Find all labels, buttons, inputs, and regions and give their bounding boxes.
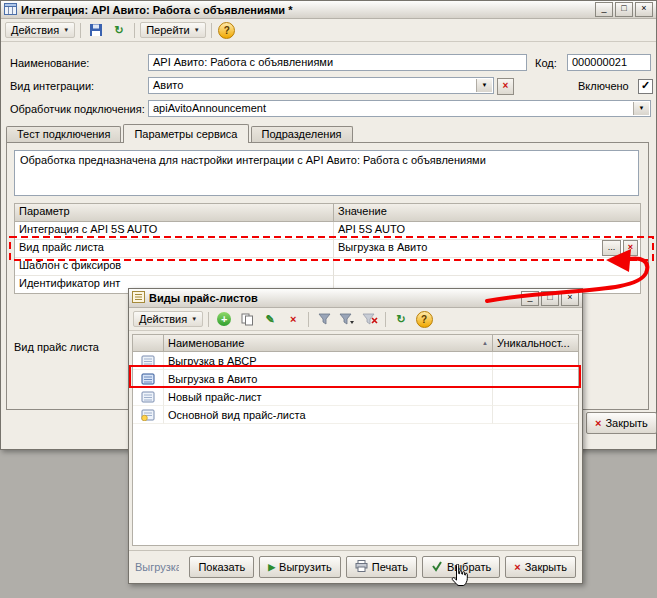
refresh-icon[interactable]: ↻ [109,21,129,40]
price-list-window: Виды прайс-листов _ □ × Действия ▼ + ✎ ×… [128,288,583,584]
chevron-down-icon: ▼ [191,316,197,322]
close-icon: × [595,417,601,429]
add-icon[interactable]: + [214,310,234,329]
choose-value-button[interactable]: ... [602,240,621,256]
status-text: Выгрузка в ... [135,561,179,573]
price-list-table: Наименование ▲ Уникальност... Выгрузка в… [132,334,579,546]
chevron-down-icon: ▼ [63,27,69,33]
clear-field-button[interactable]: × [497,78,514,95]
description-box: Обработка предназначена для настройки ин… [14,150,639,196]
help-icon[interactable]: ? [217,21,237,40]
clear-filter-icon[interactable] [360,310,380,329]
toolbar-separator [308,312,309,327]
filter-icon[interactable] [314,310,334,329]
edit-icon[interactable]: ✎ [260,310,280,329]
column-header-name[interactable]: Наименование ▲ [164,335,493,352]
handler-input[interactable]: apiAvitoAnnouncement ▼ [148,100,651,117]
list-item[interactable]: Новый прайс-лист [133,388,578,406]
tab-service-params[interactable]: Параметры сервиса [123,124,248,143]
select-button[interactable]: Выбрать [422,556,500,578]
name-input[interactable]: API Авито: Работа с объявлениями [148,54,527,71]
toolbar-separator [80,23,81,38]
table-row-selected[interactable]: Вид прайс листа Выгрузка в Авито ... × [15,240,640,258]
params-table-header: Параметр Значение [15,204,640,222]
maximize-icon[interactable]: □ [615,2,633,17]
goto-menu[interactable]: Перейти ▼ [140,22,206,38]
sort-icon[interactable]: ▲ [482,340,488,346]
tab-strip: Тест подключения Параметры сервиса Подра… [6,124,355,143]
main-toolbar: Действия ▼ ↻ Перейти ▼ ? [1,19,656,42]
handler-label: Обработчик подключения: [10,103,145,115]
dropdown-icon[interactable]: ▼ [476,79,492,92]
clear-value-button[interactable]: × [623,240,638,256]
table-row[interactable]: Шаблон с фиксиров [15,258,640,276]
integration-type-input[interactable]: Авито ▼ [148,77,494,94]
table-row[interactable]: Интеграция с API 5S AUTO API 5S AUTO [15,222,640,240]
column-header-uniqueness[interactable]: Уникальност... [493,335,578,352]
toolbar-separator [385,312,386,327]
copy-icon[interactable] [237,310,257,329]
screen: Интеграция: API Авито: Работа с объявлен… [0,0,657,598]
toolbar-separator [208,312,209,327]
export-button[interactable]: ▶ Выгрузить [259,556,341,578]
toolbar-separator [211,23,212,38]
close-icon[interactable]: × [561,291,579,306]
code-input[interactable]: 000000021 [567,54,651,71]
params-table: Параметр Значение Интеграция с API 5S AU… [14,203,641,294]
enabled-checkbox[interactable]: ✓ [638,79,653,94]
name-label: Наименование: [10,57,89,69]
enabled-label: Включено [578,80,629,92]
main-close-button[interactable]: × Закрыть [586,412,657,434]
column-header-icon[interactable] [133,335,164,352]
integration-type-label: Вид интеграции: [10,80,94,92]
popup-title: Виды прайс-листов [149,292,517,304]
item-icon-default [133,406,164,424]
tab-connection-test[interactable]: Тест подключения [6,126,121,142]
popup-toolbar: Действия ▼ + ✎ × ↻ ? [129,308,582,331]
help-icon[interactable]: ? [414,310,434,329]
show-button[interactable]: Показать [189,556,254,578]
play-icon: ▶ [268,562,275,572]
popup-footer: Выгрузка в ... Показать ▶ Выгрузить Печа… [129,550,582,583]
window-icon [4,3,17,17]
list-item-selected[interactable]: Выгрузка в Авито [133,370,578,388]
minimize-icon[interactable]: _ [521,291,539,306]
filter-by-value-icon[interactable] [337,310,357,329]
item-icon [133,352,164,370]
toolbar-separator [134,23,135,38]
code-label: Код: [535,57,557,69]
print-button[interactable]: Печать [346,556,417,578]
delete-icon[interactable]: × [283,310,303,329]
column-header-param[interactable]: Параметр [15,204,334,222]
dropdown-icon[interactable]: ▼ [633,102,649,115]
refresh-icon[interactable]: ↻ [391,310,411,329]
selected-param-label: Вид прайс листа [14,341,99,353]
save-icon[interactable] [86,21,106,40]
window-title: Интеграция: API Авито: Работа с объявлен… [21,4,591,16]
minimize-icon[interactable]: _ [595,2,613,17]
list-window-icon [132,291,145,305]
popup-close-button[interactable]: × Закрыть [505,556,576,578]
list-item[interactable]: Выгрузка в АВСР [133,352,578,370]
chevron-down-icon: ▼ [194,27,200,33]
maximize-icon[interactable]: □ [541,291,559,306]
close-icon: × [514,561,520,573]
close-icon[interactable]: × [635,2,653,17]
item-icon [133,388,164,406]
choose-icon [431,560,443,574]
popup-titlebar[interactable]: Виды прайс-листов _ □ × [129,289,582,308]
printer-icon [355,560,368,574]
actions-menu[interactable]: Действия ▼ [5,22,75,38]
item-icon [133,370,164,388]
main-titlebar[interactable]: Интеграция: API Авито: Работа с объявлен… [1,1,656,19]
actions-menu[interactable]: Действия ▼ [133,311,203,327]
list-item[interactable]: Основной вид прайс-листа [133,406,578,424]
price-list-header: Наименование ▲ Уникальност... [133,335,578,352]
tab-departments[interactable]: Подразделения [251,126,353,142]
column-header-value[interactable]: Значение [334,204,640,222]
